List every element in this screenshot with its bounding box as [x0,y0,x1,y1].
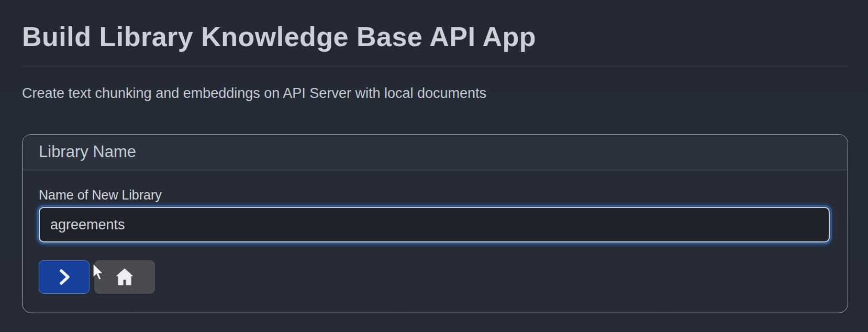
button-row [39,260,830,294]
page: Build Library Knowledge Base API App Cre… [0,0,868,313]
page-title: Build Library Knowledge Base API App [22,0,848,67]
library-name-card: Library Name Name of New Library [22,134,848,313]
chevron-right-icon [57,268,72,286]
home-button[interactable] [94,260,155,294]
submit-button[interactable] [39,260,90,294]
home-icon [114,266,136,288]
library-name-input[interactable] [39,207,830,242]
library-name-label: Name of New Library [39,187,830,203]
card-body: Name of New Library [23,170,848,313]
card-header-title: Library Name [23,135,848,170]
page-subtitle: Create text chunking and embeddings on A… [22,85,848,102]
